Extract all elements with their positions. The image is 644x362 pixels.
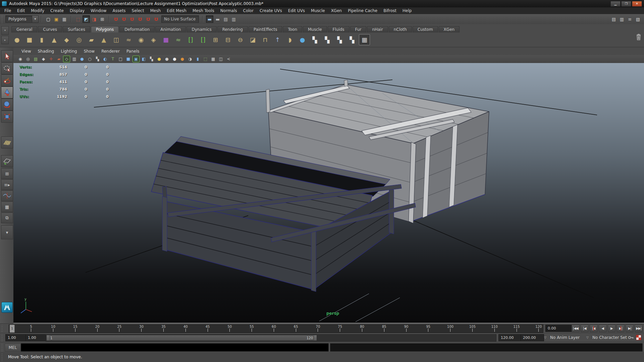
- menu-item[interactable]: File: [1, 8, 14, 13]
- use-default-material-icon[interactable]: ◧: [140, 56, 147, 62]
- camera-attributes-icon[interactable]: ▤: [32, 56, 39, 62]
- pan-zoom-icon[interactable]: ▰: [55, 56, 62, 62]
- poly-plane-icon[interactable]: ◆: [61, 34, 72, 45]
- object-details-icon[interactable]: ▦: [210, 56, 217, 62]
- step-back-frame-button[interactable]: |◀: [590, 324, 598, 332]
- shelf-tab[interactable]: Animation: [155, 26, 186, 33]
- poly-torus-icon[interactable]: ◎: [73, 34, 85, 45]
- menu-item[interactable]: Modify: [28, 8, 47, 13]
- hud-text-icon[interactable]: T: [109, 56, 116, 62]
- layout-dropdown[interactable]: ▾: [1, 225, 13, 239]
- menu-item[interactable]: Mesh: [147, 8, 164, 13]
- step-forward-key-button[interactable]: ▶|: [626, 324, 634, 332]
- go-to-end-button[interactable]: ▶▶|: [635, 324, 643, 332]
- menu-item[interactable]: Mesh Tools: [190, 8, 217, 13]
- wireframe-cube-icon[interactable]: □: [117, 56, 124, 62]
- uv-snapshot-d-icon[interactable]: ▚: [346, 34, 358, 45]
- status-group-separator[interactable]: [40, 15, 43, 23]
- shelf-tab[interactable]: Fluids: [328, 26, 350, 33]
- make-live-icon[interactable]: Ω: [153, 15, 160, 23]
- gate-mask-icon[interactable]: ▚: [94, 56, 101, 62]
- render-current-frame-icon[interactable]: ▬: [206, 15, 213, 23]
- go-to-start-button[interactable]: |◀◀: [572, 324, 580, 332]
- current-frame-marker[interactable]: 1: [10, 325, 15, 333]
- scene-3d[interactable]: y Verts: 514 0 0 Edges: 857 0 0 Faces: 4…: [13, 63, 644, 323]
- status-group-separator[interactable]: [108, 15, 111, 23]
- time-slider[interactable]: 5 10 15 20 25 30 35: [9, 324, 543, 333]
- poly-sphere-icon[interactable]: ●: [11, 34, 22, 45]
- command-input[interactable]: [21, 343, 329, 352]
- playback-start-field[interactable]: 1.00: [5, 334, 27, 341]
- extrude-icon[interactable]: ↑: [272, 34, 283, 45]
- range-end-handle[interactable]: [314, 335, 317, 341]
- tool-settings-toggle-icon[interactable]: ▥: [618, 15, 626, 23]
- persp-multi-layout[interactable]: ⧉: [1, 213, 13, 223]
- shelf-tab[interactable]: Toon: [283, 26, 302, 33]
- play-forwards-button[interactable]: ▶: [608, 324, 616, 332]
- shelf-tab[interactable]: Deformation: [119, 26, 155, 33]
- render-settings-icon[interactable]: ▥: [230, 15, 237, 23]
- range-start-handle[interactable]: [47, 335, 49, 341]
- channel-box-toggle-icon[interactable]: ≡: [626, 15, 634, 23]
- auto-keyframe-icon[interactable]: [636, 335, 641, 341]
- poly-cube-icon[interactable]: ■: [24, 34, 35, 45]
- snap-grid-icon[interactable]: Ω: [112, 15, 120, 23]
- menu-item[interactable]: Help: [399, 8, 415, 13]
- select-camera-icon[interactable]: ◉: [17, 56, 24, 62]
- menu-item[interactable]: Edit: [14, 8, 28, 13]
- select-component-icon[interactable]: ◨: [91, 15, 98, 23]
- animation-start-field[interactable]: 1.00: [25, 334, 47, 341]
- uv-snapshot-a-icon[interactable]: ▚: [309, 34, 320, 45]
- poly-pyramid-icon[interactable]: ▲: [98, 34, 109, 45]
- save-scene-icon[interactable]: ▦: [61, 15, 68, 23]
- open-scene-icon[interactable]: ▣: [53, 15, 60, 23]
- grid-display-icon[interactable]: ◇: [63, 56, 70, 62]
- shelf-tab[interactable]: Polygons: [91, 26, 119, 33]
- move-tool[interactable]: [1, 86, 13, 99]
- shelf-tab[interactable]: General: [11, 26, 37, 33]
- poly-helix-icon[interactable]: ≈: [123, 34, 134, 45]
- minimize-button[interactable]: ▁: [610, 1, 621, 7]
- uv-snapshot-c-icon[interactable]: ▚: [334, 34, 345, 45]
- all-lights-icon[interactable]: ●: [156, 56, 163, 62]
- persp-outliner-layout[interactable]: ≡▸: [1, 179, 13, 190]
- character-set-selector[interactable]: No Character Set: [592, 334, 627, 341]
- shelf-tab-menu-button[interactable]: ▾: [1, 26, 9, 35]
- poly-cylinder-icon[interactable]: ▮: [36, 34, 47, 45]
- shelf-tab[interactable]: Custom: [413, 26, 438, 33]
- live-surface-field[interactable]: No Live Surface: [161, 15, 199, 23]
- chevron-down-icon[interactable]: [32, 16, 38, 22]
- menu-item[interactable]: Assets: [110, 8, 129, 13]
- poly-platonic-icon[interactable]: ◈: [148, 34, 159, 45]
- ao-icon[interactable]: ●: [179, 56, 186, 62]
- poly-pipe-icon[interactable]: ◫: [111, 34, 122, 45]
- uv-snapshot-b-icon[interactable]: ▚: [322, 34, 333, 45]
- maximize-button[interactable]: ❐: [621, 1, 631, 7]
- textured-cube-icon[interactable]: ▣: [132, 56, 140, 62]
- ipr-render-icon[interactable]: ▬: [214, 15, 221, 23]
- status-group-separator[interactable]: [201, 15, 204, 23]
- range-slider-track[interactable]: 1 120: [46, 334, 496, 342]
- shelf-menu-button[interactable]: ▸: [1, 36, 9, 45]
- playback-end-field[interactable]: 120.00: [498, 334, 522, 341]
- panel-menu-item[interactable]: Lighting: [57, 49, 80, 54]
- play-backwards-button[interactable]: ◀: [599, 324, 607, 332]
- menu-item[interactable]: Create UVs: [257, 8, 285, 13]
- paint-select-tool[interactable]: [1, 74, 13, 86]
- menu-item[interactable]: Edit UVs: [285, 8, 308, 13]
- share-view-icon[interactable]: <: [225, 56, 232, 62]
- lock-camera-icon[interactable]: ◎: [24, 56, 32, 62]
- duplicate-window-icon[interactable]: ◫: [217, 56, 224, 62]
- wedge-icon[interactable]: ◗: [284, 34, 296, 45]
- range-slider-grip[interactable]: [1, 334, 4, 341]
- uv-editor-icon[interactable]: ▦: [359, 34, 370, 45]
- range-slider-bar[interactable]: 1 120: [46, 335, 317, 341]
- anim-layer-selector[interactable]: No Anim Layer: [550, 334, 580, 341]
- film-gate-icon[interactable]: ▥: [71, 56, 78, 62]
- select-mask-grid-icon[interactable]: ⊞: [99, 15, 106, 23]
- default-light-icon[interactable]: ●: [163, 56, 170, 62]
- perspective-viewport[interactable]: ViewShadingLightingShowRendererPanels ◉◎…: [13, 47, 644, 323]
- shelf-tab[interactable]: Curves: [38, 26, 62, 33]
- shaded-cube-icon[interactable]: ■: [125, 56, 132, 62]
- image-plane-icon[interactable]: ✛: [48, 56, 55, 62]
